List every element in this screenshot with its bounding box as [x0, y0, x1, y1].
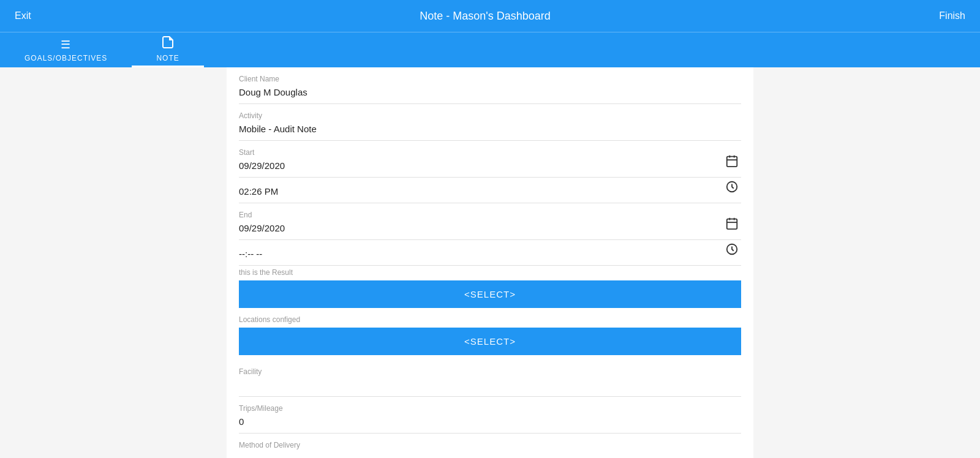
client-name-value: Doug M Douglas [239, 86, 741, 101]
facility-input[interactable] [239, 378, 741, 394]
delivery-label: Method of Delivery [239, 441, 741, 449]
client-name-field: Client Name Doug M Douglas [239, 67, 741, 104]
trips-field: Trips/Mileage [239, 397, 741, 434]
finish-button[interactable]: Finish [939, 10, 965, 21]
note-icon [162, 36, 173, 51]
locations-label: Locations configed [239, 315, 741, 324]
clock-icon [725, 180, 739, 197]
locations-select-button[interactable]: <SELECT> [239, 328, 741, 355]
activity-field: Activity Mobile - Audit Note [239, 104, 741, 141]
start-time-input[interactable] [239, 185, 741, 200]
main-form: Client Name Doug M Douglas Activity Mobi… [227, 67, 753, 458]
svg-rect-0 [727, 157, 737, 167]
end-date-field[interactable]: End [239, 203, 741, 240]
tab-note[interactable]: NOTE [132, 32, 203, 67]
delivery-input[interactable] [239, 452, 741, 458]
result-select-button[interactable]: <SELECT> [239, 280, 741, 308]
start-time-field[interactable] [239, 178, 741, 203]
end-label: End [239, 211, 741, 219]
calendar-icon [725, 154, 739, 171]
page-title: Note - Mason's Dashboard [420, 10, 551, 23]
svg-rect-5 [727, 219, 737, 230]
delivery-field: Method of Delivery [239, 434, 741, 458]
client-name-label: Client Name [239, 75, 741, 83]
activity-label: Activity [239, 111, 741, 120]
locations-section: Locations configed <SELECT> [239, 313, 741, 360]
start-date-input[interactable] [239, 159, 741, 175]
top-navigation: ☰ GOALS/OBJECTIVES NOTE [0, 32, 980, 67]
trips-label: Trips/Mileage [239, 404, 741, 413]
goals-icon: ☰ [61, 38, 71, 51]
facility-field: Facility [239, 360, 741, 397]
result-section: this is the Result <SELECT> [239, 266, 741, 313]
end-date-input[interactable] [239, 222, 741, 237]
start-date-field[interactable]: Start [239, 141, 741, 178]
exit-button[interactable]: Exit [15, 10, 31, 21]
calendar-icon-end [725, 217, 739, 233]
clock-icon-end [725, 242, 739, 259]
app-header: Exit Note - Mason's Dashboard Finish ☰ G… [0, 0, 980, 67]
facility-label: Facility [239, 367, 741, 376]
tab-goals[interactable]: ☰ GOALS/OBJECTIVES [0, 32, 132, 67]
end-time-input[interactable] [239, 247, 741, 263]
activity-value: Mobile - Audit Note [239, 122, 741, 138]
trips-input[interactable] [239, 415, 741, 430]
end-time-field[interactable] [239, 240, 741, 266]
start-label: Start [239, 148, 741, 157]
result-label: this is the Result [239, 268, 741, 277]
goals-label: GOALS/OBJECTIVES [24, 54, 107, 62]
header-top-bar: Exit Note - Mason's Dashboard Finish [0, 0, 980, 32]
note-label: NOTE [156, 54, 179, 62]
